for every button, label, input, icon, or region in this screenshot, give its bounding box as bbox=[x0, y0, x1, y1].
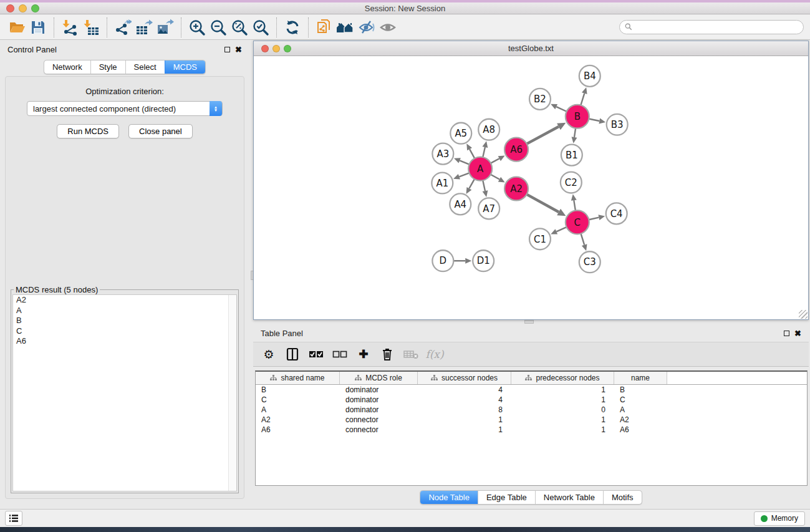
column-header-predecessor-nodes[interactable]: predecessor nodes bbox=[511, 372, 614, 384]
scrollbar-track[interactable] bbox=[228, 295, 236, 491]
mcds-result-item[interactable]: C bbox=[13, 326, 236, 337]
add-column-button[interactable]: ✚ bbox=[352, 344, 375, 364]
clone-network-icon bbox=[316, 19, 333, 36]
table-row[interactable]: Bdominator41B bbox=[256, 385, 807, 395]
column-header-shared-name[interactable]: shared name bbox=[256, 372, 340, 384]
table-row[interactable]: A2connector11A2 bbox=[256, 415, 807, 425]
mcds-result-item[interactable]: A bbox=[13, 306, 236, 316]
node-table[interactable]: shared nameMCDS rolesuccessor nodesprede… bbox=[255, 370, 808, 486]
table-row[interactable]: Cdominator41C bbox=[256, 395, 807, 405]
table-cell: connector bbox=[340, 415, 418, 424]
tab-edge-table[interactable]: Edge Table bbox=[478, 491, 535, 504]
unchecked-boxes-icon bbox=[332, 350, 347, 359]
column-header-name[interactable]: name bbox=[614, 372, 667, 384]
table-toolbar: ⚙ ✚ f bbox=[253, 342, 809, 367]
save-session-button[interactable] bbox=[27, 17, 49, 37]
graph-edge-A-A6[interactable] bbox=[491, 158, 499, 163]
tab-motifs[interactable]: Motifs bbox=[603, 491, 642, 504]
table-row[interactable]: A6connector11A6 bbox=[256, 425, 807, 435]
show-columns-button[interactable] bbox=[281, 344, 304, 364]
hide-selected-button[interactable] bbox=[356, 17, 377, 37]
mcds-panel: Optimization criterion: largest connecte… bbox=[5, 76, 244, 499]
table-panel: Table Panel ✖ ⚙ bbox=[253, 324, 809, 507]
run-mcds-button[interactable]: Run MCDS bbox=[57, 124, 119, 138]
criterion-select[interactable]: largest connected component (directed) ▲… bbox=[27, 101, 223, 116]
graph-edge-A-A2[interactable] bbox=[491, 175, 499, 180]
close-panel-icon[interactable]: ✖ bbox=[794, 329, 801, 337]
tab-mcds[interactable]: MCDS bbox=[165, 60, 205, 74]
import-table-button[interactable] bbox=[80, 17, 102, 37]
graph-edge-A-A3[interactable] bbox=[460, 160, 469, 164]
arrowhead-icon bbox=[572, 137, 577, 143]
graph-edge-C-C2[interactable] bbox=[574, 200, 576, 211]
table-cell: 4 bbox=[418, 385, 511, 394]
toolbar-separator bbox=[276, 17, 277, 37]
network-canvas[interactable]: B4B2BB3A5A8A6B1A3AC2A1A2A4A7C4CC1C3DD1 bbox=[254, 56, 808, 319]
memory-button[interactable]: Memory bbox=[754, 511, 805, 526]
refresh-button[interactable] bbox=[282, 17, 303, 37]
graph-edge-A-A8[interactable] bbox=[483, 147, 485, 157]
window-title: Session: New Session bbox=[0, 4, 810, 13]
graph-edge-B-B2[interactable] bbox=[556, 107, 566, 112]
mcds-result-item[interactable]: A2 bbox=[13, 295, 236, 306]
tab-select[interactable]: Select bbox=[125, 60, 165, 74]
tab-network[interactable]: Network bbox=[44, 60, 90, 74]
column-header-successor-nodes[interactable]: successor nodes bbox=[418, 372, 511, 384]
select-all-button[interactable] bbox=[304, 344, 328, 364]
float-panel-icon[interactable] bbox=[224, 47, 230, 52]
network-graph-svg[interactable]: B4B2BB3A5A8A6B1A3AC2A1A2A4A7C4CC1C3DD1 bbox=[254, 56, 808, 319]
graph-edge-B-B3[interactable] bbox=[589, 119, 599, 121]
clone-network-button[interactable] bbox=[314, 17, 335, 37]
desktop-strip-bottom bbox=[0, 527, 810, 532]
table-row[interactable]: Adominator80A bbox=[256, 405, 807, 415]
search-input[interactable] bbox=[619, 20, 804, 34]
tab-network-table[interactable]: Network Table bbox=[535, 491, 603, 504]
zoom-in-button[interactable] bbox=[186, 17, 208, 37]
graph-edge-C-C1[interactable] bbox=[556, 227, 566, 231]
graph-node-label: B1 bbox=[566, 150, 578, 161]
close-panel-icon[interactable]: ✖ bbox=[235, 46, 242, 54]
mcds-result-list[interactable]: A2ABCA6 bbox=[12, 294, 237, 491]
control-panel-header: Control Panel ✖ bbox=[0, 40, 249, 59]
divider-grip-horizontal[interactable] bbox=[524, 320, 534, 324]
float-panel-icon[interactable] bbox=[784, 331, 789, 336]
tab-node-table[interactable]: Node Table bbox=[420, 491, 478, 504]
column-header-mcds-role[interactable]: MCDS role bbox=[340, 372, 418, 384]
deselect-all-button[interactable] bbox=[328, 344, 352, 364]
delete-columns-button[interactable] bbox=[375, 344, 399, 364]
graph-edge-A-A7[interactable] bbox=[483, 180, 485, 191]
zoom-fit-icon bbox=[231, 19, 248, 36]
network-window-titlebar[interactable]: testGlobe.txt bbox=[254, 41, 808, 56]
graph-edge-A-A4[interactable] bbox=[469, 179, 474, 188]
open-folder-icon bbox=[8, 19, 26, 36]
graph-edge-B-B1[interactable] bbox=[574, 128, 576, 137]
resize-grip-icon[interactable] bbox=[799, 310, 808, 319]
import-network-button[interactable] bbox=[59, 17, 80, 37]
table-cell: C bbox=[256, 395, 340, 404]
graph-edge-B-B4[interactable] bbox=[581, 94, 584, 105]
graph-edge-A-A1[interactable] bbox=[459, 173, 469, 177]
mcds-result-item[interactable]: B bbox=[13, 316, 236, 326]
table-header-row: shared nameMCDS rolesuccessor nodesprede… bbox=[256, 372, 807, 385]
show-all-button[interactable] bbox=[377, 17, 398, 37]
first-neighbors-button[interactable] bbox=[335, 17, 356, 37]
graph-edge-A6-B[interactable] bbox=[527, 127, 559, 144]
graph-edge-A2-C[interactable] bbox=[527, 195, 559, 212]
graph-edge-A-A5[interactable] bbox=[470, 149, 475, 158]
export-table-button[interactable] bbox=[133, 17, 155, 37]
mcds-result-item[interactable]: A6 bbox=[13, 336, 236, 347]
export-network-button[interactable] bbox=[112, 17, 133, 37]
close-panel-button[interactable]: Close panel bbox=[128, 124, 193, 138]
zoom-fit-button[interactable] bbox=[229, 17, 250, 37]
open-session-button[interactable] bbox=[6, 17, 27, 37]
graph-edge-C-C4[interactable] bbox=[589, 218, 599, 220]
tab-style[interactable]: Style bbox=[90, 60, 125, 74]
delete-table-button[interactable] bbox=[399, 344, 423, 364]
zoom-selected-button[interactable] bbox=[250, 17, 271, 37]
export-image-button[interactable] bbox=[155, 17, 176, 37]
task-history-button[interactable] bbox=[5, 511, 22, 526]
function-builder-button[interactable]: f(x) bbox=[423, 344, 446, 364]
graph-edge-C-C3[interactable] bbox=[581, 233, 584, 244]
zoom-out-button[interactable] bbox=[208, 17, 229, 37]
table-options-button[interactable]: ⚙ bbox=[257, 344, 281, 364]
